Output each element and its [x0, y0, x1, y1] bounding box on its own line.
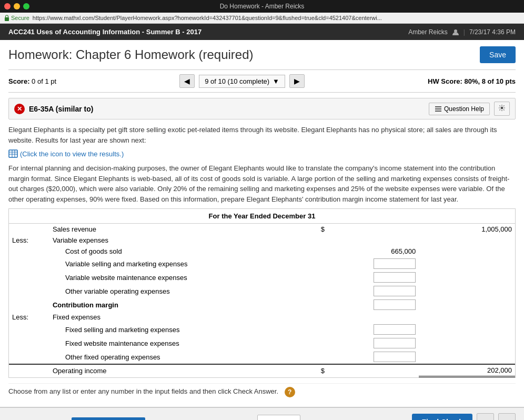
variable-selling-input[interactable] [374, 258, 416, 269]
table-title: For the Year Ended December 31 [9, 209, 515, 224]
click-icon-link[interactable]: (Click the icon to view the results.) [8, 149, 516, 158]
hw-title-bar: Homework: Chapter 6 Homework (required) … [8, 46, 516, 63]
question-indicator[interactable]: 9 of 10 (10 complete) ▼ [199, 75, 285, 88]
row-label: Cost of goods sold [49, 246, 287, 257]
incorrect-icon: ✕ [14, 104, 25, 114]
table-row: Other variable operating expenses [9, 284, 515, 298]
dollar-sign [287, 323, 328, 336]
amount [328, 336, 419, 350]
amount-right: 1,005,000 [419, 224, 515, 235]
financial-table: Sales revenue $ 1,005,000 Less: Variable… [9, 224, 515, 377]
username: Amber Reicks [408, 28, 448, 36]
question-nav-text: 9 of 10 (10 complete) [205, 77, 269, 85]
amount [328, 271, 419, 284]
svg-rect-4 [435, 111, 441, 112]
less-label-cell [9, 364, 49, 377]
table-row: Operating income $ 202,000 [9, 364, 515, 377]
contribution-margin-input[interactable] [374, 299, 416, 310]
hw-score-value: 80%, 8 of 10 pts [464, 77, 516, 85]
user-icon [452, 28, 459, 36]
footer: All parts showing Clear All Final Check … [0, 407, 524, 420]
final-check-button[interactable]: Final Check [412, 414, 472, 420]
amount-right: 202,000 [419, 364, 515, 377]
question-id: ✕ E6-35A (similar to) [14, 104, 93, 114]
question-help-button[interactable]: Question Help [429, 103, 490, 115]
gear-icon [498, 104, 506, 112]
row-label: Sales revenue [49, 224, 287, 235]
dollar-sign [287, 235, 328, 246]
table-row: Other fixed operating expenses [9, 350, 515, 364]
url-text[interactable]: https://www.mathxl.com/Student/PlayerHom… [33, 15, 382, 21]
problem-text-body: For internal planning and decision-makin… [8, 163, 516, 204]
dollar-sign [287, 312, 328, 323]
separator: | [463, 28, 465, 36]
all-parts-label: All parts showing [8, 418, 65, 421]
amount-right [419, 284, 515, 298]
help-circle-inline[interactable]: ? [285, 387, 295, 397]
score-nav: ◀ 9 of 10 (10 complete) ▼ ▶ [179, 74, 305, 88]
score-left: Score: 0 of 1 pt [8, 77, 56, 85]
row-label: Fixed expenses [49, 312, 287, 323]
list-icon [435, 106, 442, 112]
amount [328, 350, 419, 364]
score-value: 0 of 1 pt [32, 77, 56, 85]
amount-right [419, 323, 515, 336]
row-label: Operating income [49, 364, 287, 377]
datetime: 7/23/17 4:36 PM [469, 28, 516, 36]
table-row: Cost of goods sold 665,000 [9, 246, 515, 257]
footer-next-button[interactable]: ▶ [498, 413, 516, 420]
amount-right [419, 246, 515, 257]
question-actions: Question Help [429, 102, 510, 116]
table-row: Fixed website maintenance expenses [9, 336, 515, 350]
traffic-light-green[interactable] [23, 3, 29, 9]
financial-table-container: For the Year Ended December 31 Sales rev… [8, 208, 516, 378]
less-label-cell [9, 257, 49, 271]
amount-right [419, 298, 515, 312]
table-icon [8, 149, 18, 158]
amount [328, 312, 419, 323]
traffic-light-yellow[interactable] [14, 3, 20, 9]
fixed-selling-input[interactable] [374, 324, 416, 335]
dollar-sign [287, 350, 328, 364]
variable-website-input[interactable] [374, 272, 416, 283]
table-row: Sales revenue $ 1,005,000 [9, 224, 515, 235]
hw-title: Homework: Chapter 6 Homework (required) [8, 47, 254, 62]
amount-right [419, 271, 515, 284]
less-label-cell: Less: [9, 312, 49, 323]
less-label-cell [9, 246, 49, 257]
secure-badge: Secure [4, 15, 29, 21]
score-label: Score: [8, 77, 29, 85]
row-label: Variable expenses [49, 235, 287, 246]
amount-right [419, 350, 515, 364]
dollar-sign: $ [287, 224, 328, 235]
dropdown-icon: ▼ [273, 77, 279, 85]
other-fixed-input[interactable] [374, 352, 416, 362]
next-question-button[interactable]: ▶ [289, 74, 305, 88]
user-info: Amber Reicks | 7/23/17 4:36 PM [408, 28, 516, 36]
table-row: Variable selling and marketing expenses [9, 257, 515, 271]
footer-left: All parts showing [8, 417, 145, 420]
dollar-sign [287, 271, 328, 284]
clear-all-button[interactable]: Clear All [257, 415, 300, 421]
settings-button[interactable] [494, 102, 510, 116]
less-label-cell [9, 350, 49, 364]
footer-prev-button[interactable]: ◀ [477, 413, 494, 420]
amount [328, 323, 419, 336]
hw-score-label: HW Score: [428, 77, 462, 85]
row-label: Variable selling and marketing expenses [49, 257, 287, 271]
click-icon-label: (Click the icon to view the results.) [20, 150, 124, 158]
amount [328, 257, 419, 271]
dollar-sign [287, 246, 328, 257]
amount: 665,000 [328, 246, 419, 257]
prev-question-button[interactable]: ◀ [179, 74, 195, 88]
fixed-website-input[interactable] [374, 338, 416, 348]
table-row: Variable website maintenance expenses [9, 271, 515, 284]
row-label: Variable website maintenance expenses [49, 271, 287, 284]
amount-right [419, 257, 515, 271]
save-button[interactable]: Save [480, 46, 516, 63]
traffic-light-red[interactable] [4, 3, 11, 9]
question-id-label: E6-35A (similar to) [29, 105, 93, 113]
other-variable-input[interactable] [374, 286, 416, 296]
amount-right [419, 336, 515, 350]
dollar-sign [287, 298, 328, 312]
